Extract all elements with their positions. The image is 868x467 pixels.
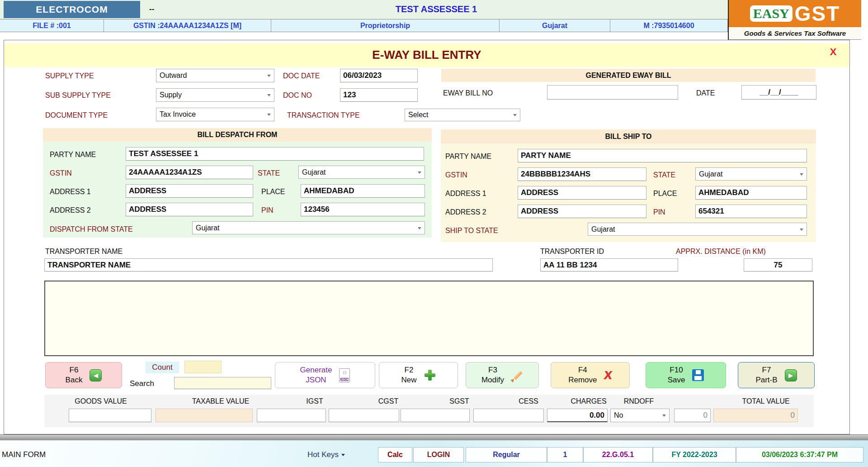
approx-distance-label: APPRX. DISTANCE (in KM) — [676, 247, 766, 256]
forward-arrow-icon — [785, 369, 797, 381]
igst-input[interactable] — [257, 409, 326, 422]
eway-bill-no-label: EWAY BILL NO — [443, 89, 493, 98]
rndoff-amount — [674, 409, 711, 422]
save-button[interactable]: F10 Save — [646, 362, 726, 388]
dispatch-from-state-select[interactable]: Gujarat — [192, 221, 425, 234]
back-button[interactable]: F6 Back — [45, 362, 122, 388]
save-button-key: F10 — [668, 365, 685, 375]
rndoff-label: RNDOFF — [616, 397, 661, 405]
shipto-place-label: PLACE — [653, 189, 677, 198]
hotkeys-dropdown[interactable]: Hot Keys — [307, 450, 345, 459]
company-mobile: M :7935014600 — [610, 19, 728, 32]
rndoff-select[interactable]: No — [610, 409, 670, 422]
document-type-select[interactable]: Tax Invoice — [156, 108, 274, 121]
new-button[interactable]: F2 New — [379, 362, 458, 388]
status-form-name: MAIN FORM — [2, 450, 46, 459]
despatch-party-name-input[interactable] — [126, 147, 424, 161]
approx-distance-input[interactable] — [744, 258, 812, 272]
shipto-place-input[interactable] — [695, 186, 807, 200]
hotkeys-label: Hot Keys — [307, 450, 339, 459]
cess-label: CESS — [506, 397, 551, 405]
eway-date-input[interactable] — [741, 85, 816, 100]
sgst-label: SGST — [437, 397, 482, 405]
despatch-address1-input[interactable] — [126, 184, 253, 198]
dropdown-chevron-icon — [267, 114, 271, 116]
status-datetime: 03/06/2023 6:37:47 PM — [736, 447, 863, 462]
form-title: E-WAY BILL ENTRY — [5, 48, 849, 62]
transporter-name-label: TRANSPORTER NAME — [45, 247, 123, 256]
despatch-state-label: STATE — [258, 169, 280, 178]
charges-input[interactable] — [547, 409, 608, 422]
shipto-party-name-input[interactable] — [518, 149, 807, 162]
document-type-label: DOCUMENT TYPE — [45, 111, 108, 120]
despatch-gstin-label: GSTIN — [50, 169, 72, 178]
supply-type-select[interactable]: Outward — [156, 69, 274, 82]
generate-json-button[interactable]: Generate JSON — [275, 362, 375, 388]
remove-button[interactable]: F4 Remove X — [551, 362, 630, 388]
eway-bill-no-input[interactable] — [547, 85, 678, 100]
goods-value-input[interactable] — [69, 409, 151, 422]
back-button-label: Back — [66, 375, 83, 385]
remove-button-label: Remove — [568, 375, 597, 385]
transporter-name-input[interactable] — [44, 258, 493, 272]
shipto-gstin-label: GSTIN — [445, 171, 467, 180]
ship-to-state-label: SHIP TO STATE — [445, 226, 498, 235]
doc-date-input[interactable] — [340, 69, 418, 82]
new-button-label: New — [401, 375, 416, 385]
doc-no-input[interactable] — [340, 88, 418, 102]
transporter-id-input[interactable] — [540, 258, 678, 272]
despatch-pin-input[interactable] — [301, 203, 425, 216]
modify-button-label: Modify — [481, 375, 504, 385]
despatch-place-label: PLACE — [261, 187, 285, 196]
company-name: TEST ASSESSEE 1 — [316, 4, 556, 14]
shipto-pin-input[interactable] — [695, 205, 807, 218]
status-calc[interactable]: Calc — [378, 447, 412, 462]
save-button-label: Save — [668, 375, 685, 385]
despatch-address2-input[interactable] — [126, 203, 253, 216]
shipto-state-select[interactable]: Gujarat — [695, 167, 807, 181]
generated-eway-header: GENERATED EWAY BILL — [441, 69, 816, 82]
search-input[interactable] — [174, 377, 271, 389]
company-gstin: GSTIN :24AAAAA1234A1ZS [M] — [104, 19, 271, 32]
cess-input[interactable] — [473, 409, 544, 422]
window-bottom-strip — [0, 434, 868, 440]
dispatch-from-state-value: Gujarat — [196, 224, 219, 232]
rndoff-value: No — [614, 411, 623, 419]
file-number: FILE # :001 — [0, 19, 104, 32]
status-login[interactable]: LOGIN — [413, 447, 464, 462]
sub-supply-type-value: Supply — [160, 91, 182, 99]
titlebar-dashes: -- — [149, 5, 154, 14]
despatch-state-select[interactable]: Gujarat — [298, 166, 425, 179]
document-type-value: Tax Invoice — [160, 110, 196, 119]
shipto-pin-label: PIN — [653, 208, 665, 217]
despatch-address2-label: ADDRESS 2 — [50, 206, 91, 215]
hotkeys-dropdown-arrow-icon — [341, 454, 345, 456]
sgst-input[interactable] — [401, 409, 470, 422]
dropdown-chevron-icon — [418, 227, 421, 229]
ship-to-state-select[interactable]: Gujarat — [588, 223, 807, 236]
status-mode: Regular — [466, 447, 547, 462]
cgst-input[interactable] — [329, 409, 399, 422]
shipto-address1-input[interactable] — [518, 186, 646, 200]
generate-json-line2: JSON — [300, 375, 332, 385]
back-button-key: F6 — [66, 365, 83, 375]
partb-button-label: Part-B — [755, 375, 777, 385]
despatch-gstin-input[interactable] — [126, 166, 253, 179]
shipto-address2-input[interactable] — [518, 205, 646, 218]
sub-supply-type-label: SUB SUPPLY TYPE — [45, 91, 111, 100]
sub-supply-type-select[interactable]: Supply — [156, 88, 274, 102]
ship-to-state-value: Gujarat — [591, 225, 615, 234]
items-list-box[interactable] — [44, 281, 814, 356]
shipto-gstin-input[interactable] — [518, 167, 646, 181]
status-bar: MAIN FORM Hot Keys Calc LOGIN Regular 1 … — [0, 440, 868, 467]
modify-button[interactable]: F3 Modify — [466, 362, 539, 388]
transaction-type-value: Select — [408, 111, 428, 119]
search-label: Search — [130, 379, 154, 388]
despatch-place-input[interactable] — [301, 184, 425, 198]
partb-button[interactable]: F7 Part-B — [738, 362, 815, 388]
remove-button-key: F4 — [568, 365, 597, 375]
close-button[interactable]: X — [826, 46, 840, 60]
igst-label: IGST — [292, 397, 337, 405]
transaction-type-select[interactable]: Select — [405, 109, 520, 121]
count-label: Count — [146, 362, 179, 373]
